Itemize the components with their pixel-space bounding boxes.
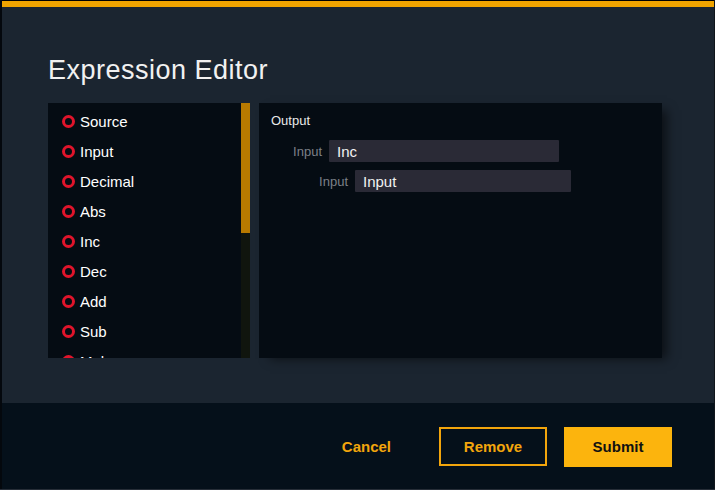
list-item-label: Inc xyxy=(80,233,100,250)
function-list-panel: Source Input Decimal Abs Inc Dec Add Su xyxy=(48,103,250,358)
window-top-border xyxy=(0,0,715,1)
list-item-input[interactable]: Input xyxy=(48,136,250,166)
remove-button[interactable]: Remove xyxy=(439,427,547,466)
submit-button[interactable]: Submit xyxy=(564,427,672,467)
window-left-border xyxy=(0,0,2,490)
output-field-row: Input xyxy=(259,140,662,162)
ring-icon xyxy=(62,175,75,188)
expression-editor-dialog: Expression Editor Source Input Decimal A… xyxy=(0,0,715,490)
list-item-inc[interactable]: Inc xyxy=(48,226,250,256)
ring-icon xyxy=(62,295,75,308)
list-item-label: Dec xyxy=(80,263,107,280)
list-item-label: Mul xyxy=(80,353,104,359)
list-item-add[interactable]: Add xyxy=(48,286,250,316)
list-item-label: Add xyxy=(80,293,107,310)
list-item-sub[interactable]: Sub xyxy=(48,316,250,346)
ring-icon xyxy=(62,325,75,338)
output-panel: Output Input Input xyxy=(259,103,662,358)
input-field-label: Input xyxy=(259,144,322,159)
list-item-mul[interactable]: Mul xyxy=(48,346,250,358)
ring-icon xyxy=(62,235,75,248)
nested-field-row: Input xyxy=(259,170,662,192)
list-item-label: Abs xyxy=(80,203,106,220)
nested-input-field[interactable] xyxy=(355,170,571,192)
accent-bar xyxy=(0,1,715,7)
list-item-label: Decimal xyxy=(80,173,134,190)
cancel-button[interactable]: Cancel xyxy=(342,438,391,455)
list-item-label: Sub xyxy=(80,323,107,340)
list-scrollbar[interactable] xyxy=(241,103,250,358)
input-field-label: Input xyxy=(259,174,348,189)
ring-icon xyxy=(62,115,75,128)
ring-icon xyxy=(62,205,75,218)
list-item-label: Input xyxy=(80,143,113,160)
output-panel-title: Output xyxy=(259,103,662,128)
list-item-label: Source xyxy=(80,113,128,130)
footer-bar: Cancel Remove Submit xyxy=(0,403,715,490)
ring-icon xyxy=(62,265,75,278)
list-item-abs[interactable]: Abs xyxy=(48,196,250,226)
list-item-source[interactable]: Source xyxy=(48,106,250,136)
list-scrollbar-thumb[interactable] xyxy=(241,103,250,233)
output-name-input[interactable] xyxy=(329,140,559,162)
ring-icon xyxy=(62,355,75,359)
list-item-decimal[interactable]: Decimal xyxy=(48,166,250,196)
dialog-title: Expression Editor xyxy=(48,55,268,86)
ring-icon xyxy=(62,145,75,158)
list-item-dec[interactable]: Dec xyxy=(48,256,250,286)
